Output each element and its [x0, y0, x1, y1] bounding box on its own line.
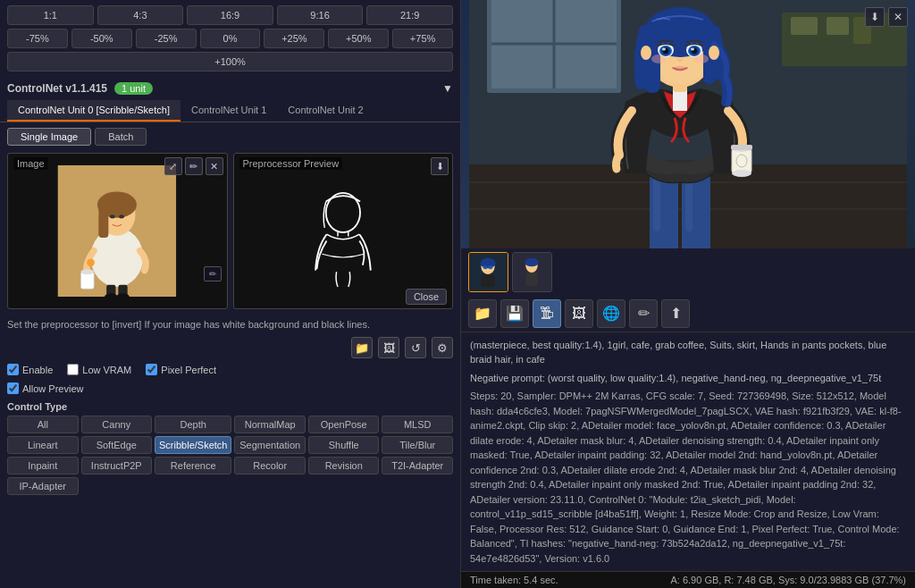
svg-point-57: [651, 55, 666, 63]
thumbnails-row: [461, 248, 915, 296]
allow-preview-label: Allow Preview: [22, 383, 83, 394]
svg-rect-4: [99, 205, 109, 238]
ctrl-t2i[interactable]: T2I-Adapter: [382, 457, 453, 475]
image-icon[interactable]: 🖼: [378, 337, 399, 358]
ctrl-normalmap[interactable]: NormalMap: [234, 416, 306, 433]
tool-globe-icon[interactable]: 🌐: [597, 299, 625, 328]
ratio-row-1: 1:1 4:3 16:9 9:16 21:9: [7, 5, 453, 25]
time-taken: Time taken: 5.4 sec.: [470, 575, 558, 585]
ctrl-mlsd[interactable]: MLSD: [382, 416, 453, 433]
pixel-perfect-checkbox-input[interactable]: [146, 364, 157, 375]
tool-icons-row: 📁 💾 🗜 🖼 🌐 ✏ ⬆: [461, 296, 915, 332]
scale-pos75[interactable]: +75%: [392, 29, 453, 48]
svg-rect-36: [732, 148, 751, 173]
ctrl-instructp2p[interactable]: InstructP2P: [81, 457, 153, 475]
ratio-1-1[interactable]: 1:1: [7, 5, 94, 25]
right-panel: ⬇ ✕: [460, 0, 915, 588]
ctrl-lineart[interactable]: Lineart: [7, 436, 79, 454]
scale-pos25[interactable]: +25%: [264, 29, 324, 48]
image-edit-icon[interactable]: ✏: [185, 157, 203, 175]
svg-point-8: [81, 269, 95, 274]
ratio-21-9[interactable]: 21:9: [366, 5, 453, 25]
tool-image-icon[interactable]: 🖼: [565, 299, 593, 328]
thumb-1[interactable]: [468, 252, 508, 292]
preprocessor-controls: ⬇: [431, 157, 449, 175]
extra-icon[interactable]: ⚙: [432, 337, 453, 358]
svg-point-56: [691, 47, 694, 50]
allow-preview-checkbox[interactable]: Allow Preview: [7, 382, 83, 394]
ctrl-reference[interactable]: Reference: [155, 457, 231, 475]
ctrl-all[interactable]: All: [7, 416, 79, 433]
ctrl-recolor[interactable]: Recolor: [234, 457, 306, 475]
scale-neg50[interactable]: -50%: [71, 29, 132, 48]
svg-rect-39: [731, 145, 752, 150]
svg-point-60: [709, 46, 719, 60]
svg-rect-23: [791, 17, 818, 35]
ctrl-openpose[interactable]: OpenPose: [308, 416, 380, 433]
ctrl-canny[interactable]: Canny: [81, 416, 153, 433]
image-box-original: Image ⤢ ✏ ✕: [7, 153, 228, 309]
mode-single[interactable]: Single Image: [7, 128, 91, 146]
enable-checkbox[interactable]: Enable: [7, 364, 53, 375]
folder-icon[interactable]: 📁: [351, 337, 373, 358]
ratio-9-16[interactable]: 9:16: [277, 5, 364, 25]
scale-pos100[interactable]: +100%: [7, 52, 453, 71]
svg-point-65: [480, 257, 495, 267]
main-image-area: ⬇ ✕: [461, 0, 915, 248]
refresh-icon[interactable]: ↺: [405, 337, 426, 358]
left-panel: 1:1 4:3 16:9 9:16 21:9 -75% -50% -25% 0%…: [0, 0, 460, 588]
tool-compress-icon[interactable]: 🗜: [533, 299, 561, 328]
tab-unit0[interactable]: ControlNet Unit 0 [Scribble/Sketch]: [7, 100, 180, 122]
checkbox-row-2: Allow Preview: [0, 379, 460, 398]
tab-unit1[interactable]: ControlNet Unit 1: [180, 100, 277, 122]
thumb-2[interactable]: [512, 252, 552, 292]
scale-0[interactable]: 0%: [200, 29, 261, 48]
params-text: Steps: 20, Sampler: DPM++ 2M Karras, CFG…: [470, 389, 906, 566]
ctrl-ip-adapter[interactable]: IP-Adapter: [7, 477, 79, 495]
ctrl-segmentation[interactable]: Segmentation: [234, 436, 306, 454]
scale-neg75[interactable]: -75%: [7, 29, 68, 48]
pixel-perfect-label: Pixel Perfect: [161, 365, 216, 375]
close-main-icon[interactable]: ✕: [888, 7, 908, 27]
low-vram-checkbox[interactable]: Low VRAM: [67, 364, 131, 375]
ctrl-inpaint[interactable]: Inpaint: [7, 457, 79, 475]
image-expand-icon[interactable]: ⤢: [164, 157, 182, 175]
tool-edit-icon[interactable]: ✏: [629, 299, 658, 328]
ctrl-tile[interactable]: Tile/Blur: [382, 436, 453, 454]
tool-upload-icon[interactable]: ⬆: [661, 299, 690, 328]
controlnet-title: ControlNet v1.1.415: [7, 82, 107, 95]
ctrl-depth[interactable]: Depth: [155, 416, 231, 433]
tool-folder-icon[interactable]: 📁: [468, 299, 497, 328]
negative-prompt-text: Negative prompt: (worst quality, low qua…: [470, 371, 906, 386]
tab-unit2[interactable]: ControlNet Unit 2: [277, 100, 374, 122]
tool-save-icon[interactable]: 💾: [500, 299, 529, 328]
svg-point-59: [641, 46, 651, 60]
svg-point-71: [525, 257, 538, 266]
ratio-16-9[interactable]: 16:9: [187, 5, 273, 25]
dropdown-arrow-icon[interactable]: ▼: [442, 82, 453, 95]
image-close-icon[interactable]: ✕: [206, 157, 223, 175]
ctrl-softedge[interactable]: SoftEdge: [81, 436, 153, 454]
preprocessor-label: Preprocessor Preview: [239, 157, 343, 170]
close-button[interactable]: Close: [406, 289, 447, 305]
prompt-text: (masterpiece, best quality:1.4), 1girl, …: [470, 338, 906, 367]
preprocessor-download-icon[interactable]: ⬇: [431, 157, 449, 175]
mode-batch[interactable]: Batch: [95, 128, 147, 146]
scale-pos50[interactable]: +50%: [328, 29, 389, 48]
download-icon[interactable]: ⬇: [865, 7, 885, 27]
pixel-perfect-checkbox[interactable]: Pixel Perfect: [146, 364, 216, 375]
ctrl-scribble[interactable]: Scribble/Sketch: [155, 436, 231, 454]
enable-checkbox-input[interactable]: [7, 364, 19, 375]
preprocessor-image: [234, 154, 453, 308]
preprocessor-svg: [250, 165, 436, 297]
ratio-4-3[interactable]: 4:3: [97, 5, 184, 25]
ratio-section: 1:1 4:3 16:9 9:16 21:9 -75% -50% -25% 0%…: [0, 0, 460, 77]
checkbox-row-1: Enable Low VRAM Pixel Perfect: [0, 360, 460, 379]
scale-neg25[interactable]: -25%: [136, 29, 197, 48]
control-type-label: Control Type: [0, 398, 460, 414]
low-vram-checkbox-input[interactable]: [67, 364, 79, 375]
ctrl-revision[interactable]: Revision: [308, 457, 380, 475]
ctrl-shuffle[interactable]: Shuffle: [308, 436, 380, 454]
allow-preview-checkbox-input[interactable]: [7, 382, 19, 394]
sketch-svg: [24, 165, 210, 297]
